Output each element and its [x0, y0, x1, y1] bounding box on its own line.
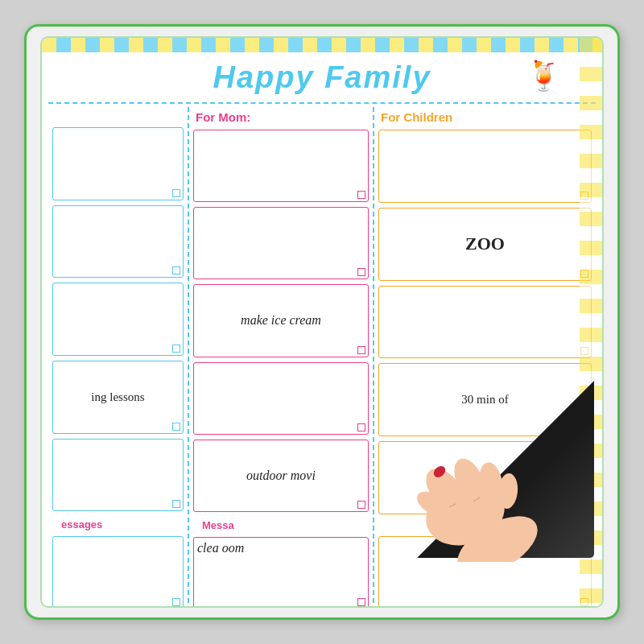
board-title: Happy Family [42, 60, 602, 95]
zoo-text: ZOO [465, 233, 505, 254]
ice-cream-text: make ice cream [241, 313, 321, 328]
for-children-label: For Children [374, 107, 596, 127]
mom-cell-2 [193, 207, 369, 279]
chevron-top [42, 38, 602, 52]
hand-image [353, 385, 578, 562]
dashed-separator [48, 102, 596, 104]
left-cell-2 [52, 205, 184, 279]
col-center: For Mom: make ice cream outdoor movi Mes… [189, 107, 374, 608]
left-cell-lessons: ing lessons [52, 361, 184, 434]
mom-cell-ice-cream: make ice cream [193, 284, 369, 357]
movie-text: outdoor movi [246, 469, 316, 483]
for-mom-label: For Mom: [189, 107, 373, 127]
left-msg-cell [52, 536, 184, 608]
center-msg-cell: clea oom [193, 537, 369, 608]
child-cell-3 [378, 286, 592, 359]
child-cell-1 [378, 130, 592, 203]
mom-cell-movie: outdoor movi [193, 440, 369, 512]
header: Happy Family 🍹 [42, 52, 602, 99]
outer-container: Happy Family 🍹 ing lessons essages [24, 24, 620, 620]
left-cell-5 [52, 439, 184, 512]
left-messages-label: essages [55, 517, 109, 532]
child-cell-zoo: ZOO [378, 208, 592, 281]
board: Happy Family 🍹 ing lessons essages [40, 36, 604, 608]
coconut-icon: 🍹 [526, 59, 562, 93]
mom-cell-1 [193, 130, 369, 202]
col-left: ing lessons essages [48, 107, 189, 608]
left-cell-3 [52, 283, 184, 356]
mom-cell-4 [193, 362, 369, 435]
center-msg-text: clea oom [197, 541, 244, 555]
center-messages-label: Messa [196, 518, 241, 533]
left-cell-1 [52, 127, 184, 200]
lessons-text: ing lessons [91, 390, 144, 404]
